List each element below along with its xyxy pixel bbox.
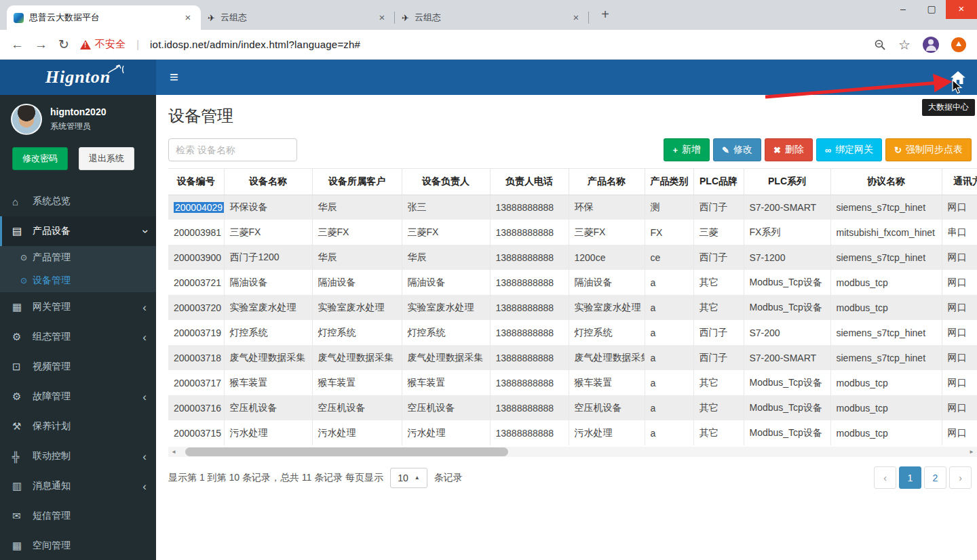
restore-button[interactable]: ▢ [917, 0, 946, 19]
table-row[interactable]: 200003718废气处理数据采集废气处理数据采集废气处理数据采集1388888… [168, 345, 977, 370]
app-logo[interactable]: Hignton [0, 60, 156, 95]
table-cell: siemens_s7tcp_hinet [830, 245, 942, 270]
column-header[interactable]: 设备负责人 [402, 169, 490, 195]
scroll-left-icon[interactable]: ◄ [168, 447, 179, 457]
sidebar-item-label: 空间管理 [33, 540, 71, 552]
minimize-button[interactable]: – [889, 0, 917, 19]
sidebar-item-product-device[interactable]: ▤产品设备‹ [0, 216, 156, 246]
url-field[interactable]: iot.idosp.net/admin/index.html?language=… [150, 39, 863, 50]
pagination: 显示第 1 到第 10 条记录，总共 11 条记录 每页显示 10 ▲ 条记录 … [156, 457, 977, 489]
browser-tab-platform[interactable]: 思普云大数据平台× [7, 5, 201, 30]
reload-icon[interactable]: ↻ [58, 38, 69, 51]
scroll-right-icon[interactable]: ► [966, 447, 977, 457]
table-cell: 三菱 [693, 220, 744, 245]
new-tab-button[interactable]: + [596, 5, 615, 24]
column-header[interactable]: 设备所属客户 [312, 169, 402, 195]
sidebar-item-maintenance[interactable]: ⚒保养计划 [0, 412, 156, 441]
column-header[interactable]: 协议名称 [830, 169, 942, 195]
add-button[interactable]: +新增 [664, 138, 710, 161]
column-header[interactable]: 产品名称 [569, 169, 645, 195]
page-prev[interactable]: ‹ [874, 466, 896, 489]
table-row[interactable]: 200003715污水处理污水处理污水处理13888888888污水处理a其它M… [168, 420, 977, 445]
pagination-summary: 显示第 1 到第 10 条记录，总共 11 条记录 每页显示 [168, 472, 383, 484]
browser-menu-icon[interactable] [951, 37, 966, 52]
table-cell: 隔油设备 [569, 270, 645, 295]
sidebar-item-product-mgmt[interactable]: ⊙产品管理 [0, 246, 156, 269]
sidebar-item-notice[interactable]: ▥消息通知‹ [0, 471, 156, 501]
table-cell: 网口 [942, 270, 977, 295]
logout-button[interactable]: 退出系统 [79, 147, 134, 170]
tab-close-icon[interactable]: × [182, 12, 194, 24]
profile-icon[interactable] [923, 37, 939, 53]
sidebar-item-sms[interactable]: ✉短信管理 [0, 501, 156, 531]
table-cell: Modbus_Tcp设备 [744, 420, 830, 445]
zoom-icon[interactable] [874, 39, 886, 51]
page-title: 设备管理 [168, 105, 977, 127]
page-1[interactable]: 1 [899, 466, 921, 489]
table-cell: 200004029 [168, 195, 224, 220]
table-cell: modbus_tcp [830, 270, 942, 295]
force-sync-button[interactable]: ↻强制同步点表 [885, 138, 972, 161]
back-icon[interactable]: ← [11, 38, 24, 51]
tab-close-icon[interactable]: × [376, 12, 388, 24]
home-icon[interactable] [946, 65, 970, 89]
column-header[interactable]: 产品类别 [645, 169, 693, 195]
close-button[interactable]: × [946, 0, 977, 19]
bind-gateway-button[interactable]: ∞绑定网关 [816, 138, 882, 161]
column-header[interactable]: 设备编号 [168, 169, 224, 195]
card-icon: ▦ [12, 301, 28, 313]
table-cell: 200003718 [168, 345, 224, 370]
table-row[interactable]: 200003716空压机设备空压机设备空压机设备13888888888空压机设备… [168, 395, 977, 420]
column-header[interactable]: PLC系列 [744, 169, 830, 195]
table-row[interactable]: 200003717猴车装置猴车装置猴车装置13888888888猴车装置a其它M… [168, 370, 977, 395]
forward-icon[interactable]: → [35, 38, 47, 51]
sidebar-item-gateway[interactable]: ▦网关管理‹ [0, 292, 156, 322]
sidebar-item-config[interactable]: ⚙组态管理‹ [0, 322, 156, 352]
sidebar-item-linkage[interactable]: ╬联动控制‹ [0, 441, 156, 471]
browser-tab-cloud-config-1[interactable]: ✈云组态× [201, 5, 395, 30]
security-indicator[interactable]: ! 不安全 [80, 38, 126, 51]
column-header[interactable]: 通讯方式 [942, 169, 977, 195]
avatar[interactable] [11, 104, 42, 135]
change-password-button[interactable]: 修改密码 [12, 147, 68, 170]
table-row[interactable]: 200003981三菱FX三菱FX三菱FX13888888888三菱FXFX三菱… [168, 220, 977, 245]
table-cell: a [645, 395, 693, 420]
search-input[interactable] [168, 138, 297, 161]
page-next[interactable]: › [949, 466, 972, 489]
table-cell: a [645, 370, 693, 395]
table-cell: 13888888888 [490, 345, 569, 370]
table-cell: 废气处理数据采集 [312, 345, 402, 370]
table-row[interactable]: 200003721隔油设备隔油设备隔油设备13888888888隔油设备a其它M… [168, 270, 977, 295]
table-row[interactable]: 200004029环保设备华辰张三13888888888环保测西门子S7-200… [168, 195, 977, 220]
scrollbar-track[interactable] [179, 447, 966, 457]
table-cell: 华辰 [312, 195, 402, 220]
sidebar-item-fault[interactable]: ⚙故障管理‹ [0, 382, 156, 412]
table-row[interactable]: 200003720实验室废水处理实验室废水处理实验室废水处理1388888888… [168, 295, 977, 320]
sidebar-toggle-icon[interactable]: ≡ [170, 70, 178, 85]
sidebar-item-device-mgmt[interactable]: ⊙设备管理 [0, 269, 156, 292]
column-header[interactable]: 设备名称 [224, 169, 312, 195]
table-row[interactable]: 200003900西门子1200华辰华辰138888888881200cece西… [168, 245, 977, 270]
horizontal-scrollbar[interactable]: ◄ ► [168, 447, 977, 457]
delete-button[interactable]: ✖删除 [765, 138, 813, 161]
browser-tab-cloud-config-2[interactable]: ✈云组态× [395, 5, 589, 30]
tab-close-icon[interactable]: × [570, 12, 582, 24]
scrollbar-thumb[interactable] [185, 447, 508, 456]
url-divider: | [136, 39, 139, 51]
home-icon: ⌂ [12, 196, 28, 207]
column-header[interactable]: 负责人电话 [490, 169, 569, 195]
sidebar-item-overview[interactable]: ⌂系统总览 [0, 186, 156, 216]
page-2[interactable]: 2 [924, 466, 946, 489]
sidebar-item-video[interactable]: ⊡视频管理 [0, 352, 156, 382]
page-size-dropdown[interactable]: 10 ▲ [390, 468, 427, 488]
user-panel: hignton2020 系统管理员 [0, 95, 156, 140]
edit-button[interactable]: ✎修改 [713, 138, 761, 161]
mail-icon: ✉ [12, 510, 28, 522]
sidebar-item-space[interactable]: ▦空间管理 [0, 531, 156, 560]
table-cell: 网口 [942, 420, 977, 445]
table-cell: Modbus_Tcp设备 [744, 295, 830, 320]
bookmark-star-icon[interactable]: ☆ [898, 37, 911, 53]
column-header[interactable]: PLC品牌 [693, 169, 744, 195]
table-row[interactable]: 200003719灯控系统灯控系统灯控系统13888888888灯控系统a西门子… [168, 320, 977, 345]
table-cell: 废气处理数据采集 [569, 345, 645, 370]
